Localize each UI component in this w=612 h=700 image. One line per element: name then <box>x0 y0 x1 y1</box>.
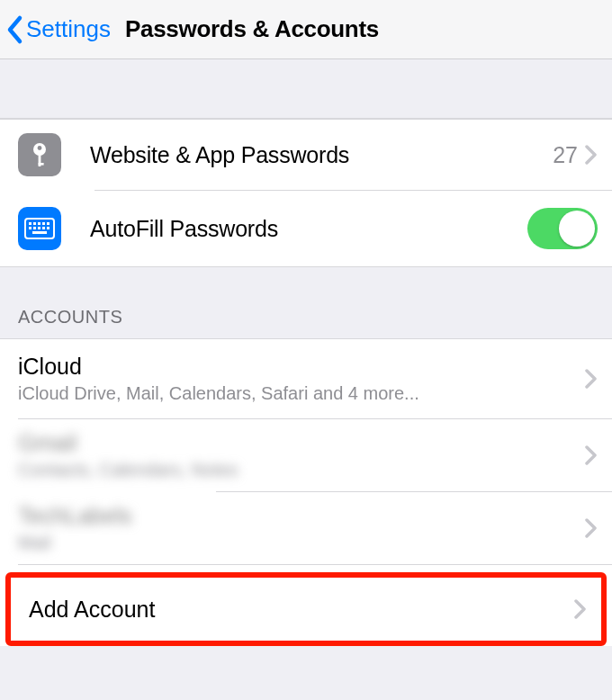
account-title: Gmail <box>18 430 585 456</box>
chevron-right-icon <box>585 445 598 465</box>
icon-cell <box>0 207 90 250</box>
svg-point-1 <box>38 146 42 150</box>
keyboard-icon <box>18 207 61 250</box>
account-text: iCloud iCloud Drive, Mail, Calendars, Sa… <box>18 354 585 404</box>
chevron-right-icon <box>574 599 587 619</box>
svg-rect-12 <box>38 227 40 229</box>
svg-rect-3 <box>39 163 44 166</box>
svg-rect-8 <box>42 222 45 225</box>
page-title: Passwords & Accounts <box>125 15 379 43</box>
account-row-redacted[interactable]: TechLabels Mail <box>0 492 612 564</box>
passwords-group: Website & App Passwords 27 AutoFill Pass… <box>0 119 612 267</box>
navigation-bar: Settings Passwords & Accounts <box>0 0 612 59</box>
chevron-left-icon <box>5 14 25 45</box>
toggle-knob <box>559 211 595 247</box>
password-count: 27 <box>553 142 578 168</box>
add-account-highlight: Add Account <box>5 572 607 646</box>
row-label: Website & App Passwords <box>90 142 553 168</box>
svg-rect-7 <box>38 222 40 225</box>
svg-rect-13 <box>42 227 45 229</box>
key-icon <box>18 133 61 176</box>
account-title: iCloud <box>18 354 585 380</box>
add-account-row[interactable]: Add Account <box>11 578 601 641</box>
back-label: Settings <box>26 15 111 43</box>
svg-rect-14 <box>47 227 50 229</box>
row-label: AutoFill Passwords <box>90 216 527 242</box>
svg-rect-9 <box>47 222 50 225</box>
chevron-right-icon <box>585 145 598 165</box>
back-button[interactable]: Settings <box>5 14 111 45</box>
svg-rect-5 <box>29 222 32 225</box>
account-subtitle: iCloud Drive, Mail, Calendars, Safari an… <box>18 383 585 404</box>
svg-rect-6 <box>33 222 36 225</box>
svg-rect-10 <box>29 227 32 229</box>
autofill-passwords-row[interactable]: AutoFill Passwords <box>0 191 612 266</box>
icon-cell <box>0 133 90 176</box>
separator <box>18 564 612 565</box>
autofill-toggle[interactable] <box>527 208 598 249</box>
account-title: TechLabels <box>18 503 585 529</box>
account-subtitle: Mail <box>18 533 585 553</box>
account-text-redacted: Gmail Contacts, Calendars, Notes <box>18 430 585 480</box>
add-account-label: Add Account <box>29 597 574 623</box>
chevron-right-icon <box>585 369 598 389</box>
account-icloud-row[interactable]: iCloud iCloud Drive, Mail, Calendars, Sa… <box>0 339 612 418</box>
accounts-group: iCloud iCloud Drive, Mail, Calendars, Sa… <box>0 338 612 646</box>
accounts-section-header: ACCOUNTS <box>0 267 612 338</box>
account-row-redacted[interactable]: Gmail Contacts, Calendars, Notes <box>0 419 612 491</box>
svg-rect-11 <box>33 227 36 229</box>
svg-rect-15 <box>32 231 47 234</box>
chevron-right-icon <box>585 518 598 538</box>
section-spacer <box>0 59 612 119</box>
account-subtitle: Contacts, Calendars, Notes <box>18 460 585 480</box>
website-app-passwords-row[interactable]: Website & App Passwords 27 <box>0 120 612 190</box>
account-text-redacted: TechLabels Mail <box>18 503 585 553</box>
